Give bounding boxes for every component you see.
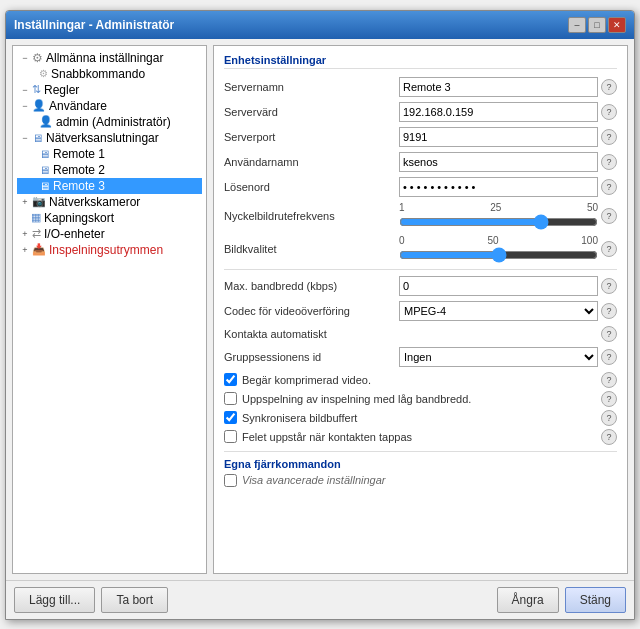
codec-row: Codec för videoöverföring MPEG-4 H.264 A… xyxy=(224,301,617,321)
begarkomprimerad-checkbox[interactable] xyxy=(224,373,237,386)
codec-select[interactable]: MPEG-4 H.264 Auto xyxy=(399,301,598,321)
tree-label: Allmänna inställningar xyxy=(46,51,163,65)
servernamn-input[interactable] xyxy=(399,77,598,97)
bandbredd-row: Max. bandbredd (kbps) ? xyxy=(224,276,617,296)
nyckel-mid: 25 xyxy=(490,202,501,213)
anvandarnamn-help[interactable]: ? xyxy=(601,154,617,170)
ta-bort-button[interactable]: Ta bort xyxy=(101,587,168,613)
losenord-row: Lösenord ? xyxy=(224,177,617,197)
stang-button[interactable]: Stäng xyxy=(565,587,626,613)
expand-natverk[interactable]: − xyxy=(19,132,31,144)
felet-row: Felet uppstår när kontakten tappas ? xyxy=(224,429,617,445)
bildkvalitet-min: 0 xyxy=(399,235,405,246)
tree-item-natverksanslutningar[interactable]: − 🖥 Nätverksanslutningar xyxy=(17,130,202,146)
advanced-checkbox[interactable] xyxy=(224,474,237,487)
tree-label: I/O-enheter xyxy=(44,227,105,241)
maximize-button[interactable]: □ xyxy=(588,17,606,33)
codec-help[interactable]: ? xyxy=(601,303,617,319)
nyckel-slider[interactable] xyxy=(399,214,598,230)
expand-io[interactable]: + xyxy=(19,228,31,240)
synkronisera-row: Synkronisera bildbuffert ? xyxy=(224,410,617,426)
tree-item-allman[interactable]: − ⚙ Allmänna inställningar xyxy=(17,50,202,66)
gruppsessions-select[interactable]: Ingen 1 2 3 xyxy=(399,347,598,367)
tree-item-natverkskameror[interactable]: + 📷 Nätverkskameror xyxy=(17,194,202,210)
nyckel-row: Nyckelbildrutefrekvens 1 25 50 ? xyxy=(224,202,617,230)
tree-item-admin[interactable]: 👤 admin (Administratör) xyxy=(17,114,202,130)
begarkomprimerad-row: Begär komprimerad video. ? xyxy=(224,372,617,388)
tree-item-regler[interactable]: − ⇅ Regler xyxy=(17,82,202,98)
losenord-input[interactable] xyxy=(399,177,598,197)
tree-item-anvandare[interactable]: − 👤 Användare xyxy=(17,98,202,114)
synkronisera-label: Synkronisera bildbuffert xyxy=(242,412,357,424)
serverport-help[interactable]: ? xyxy=(601,129,617,145)
servervard-row: Servervärd ? xyxy=(224,102,617,122)
felet-help[interactable]: ? xyxy=(601,429,617,445)
expand-kameror[interactable]: + xyxy=(19,196,31,208)
bottom-left-buttons: Lägg till... Ta bort xyxy=(14,587,168,613)
close-button[interactable]: ✕ xyxy=(608,17,626,33)
servernamn-label: Servernamn xyxy=(224,81,399,93)
window-title: Inställningar - Administratör xyxy=(14,18,174,32)
lagg-till-button[interactable]: Lägg till... xyxy=(14,587,95,613)
losenord-help[interactable]: ? xyxy=(601,179,617,195)
expand-allman[interactable]: − xyxy=(19,52,31,64)
servervard-help[interactable]: ? xyxy=(601,104,617,120)
bandbredd-input[interactable] xyxy=(399,276,598,296)
kontakta-help[interactable]: ? xyxy=(601,326,617,342)
tree-label: Kapningskort xyxy=(44,211,114,225)
expand-inspelning[interactable]: + xyxy=(19,244,31,256)
serverport-input[interactable] xyxy=(399,127,598,147)
codec-label: Codec för videoöverföring xyxy=(224,305,399,317)
nyckel-help[interactable]: ? xyxy=(601,208,617,224)
uppspelning-checkbox[interactable] xyxy=(224,392,237,405)
tree-label: Snabbkommando xyxy=(51,67,145,81)
tree-item-remote1[interactable]: 🖥 Remote 1 xyxy=(17,146,202,162)
minimize-button[interactable]: – xyxy=(568,17,586,33)
advanced-label[interactable]: Visa avancerade inställningar xyxy=(242,474,386,486)
tree-label: Remote 2 xyxy=(53,163,105,177)
anvandarnamn-label: Användarnamn xyxy=(224,156,399,168)
synkronisera-help[interactable]: ? xyxy=(601,410,617,426)
uppspelning-help[interactable]: ? xyxy=(601,391,617,407)
tree-item-remote2[interactable]: 🖥 Remote 2 xyxy=(17,162,202,178)
anvandarnamn-input[interactable] xyxy=(399,152,598,172)
uppspelning-label: Uppspelning av inspelning med låg bandbr… xyxy=(242,393,471,405)
tree-label: Inspelningsutrymmen xyxy=(49,243,163,257)
kontakta-label: Kontakta automatiskt xyxy=(224,328,399,340)
servervard-input[interactable] xyxy=(399,102,598,122)
tree-item-snabbkommando[interactable]: ⚙ Snabbkommando xyxy=(17,66,202,82)
section-title: Enhetsinställningar xyxy=(224,54,617,69)
divider1 xyxy=(224,269,617,270)
tree-item-kapningskort[interactable]: ▦ Kapningskort xyxy=(17,210,202,226)
uppspelning-row: Uppspelning av inspelning med låg bandbr… xyxy=(224,391,617,407)
tree-label: Remote 1 xyxy=(53,147,105,161)
gruppsessions-label: Gruppsessionens id xyxy=(224,351,399,363)
servernamn-help[interactable]: ? xyxy=(601,79,617,95)
serverport-label: Serverport xyxy=(224,131,399,143)
gruppsessions-help[interactable]: ? xyxy=(601,349,617,365)
synkronisera-checkbox[interactable] xyxy=(224,411,237,424)
gruppsessions-row: Gruppsessionens id Ingen 1 2 3 ? xyxy=(224,347,617,367)
begarkomprimerad-help[interactable]: ? xyxy=(601,372,617,388)
titlebar: Inställningar - Administratör – □ ✕ xyxy=(6,11,634,39)
tree-item-remote3[interactable]: 🖥 Remote 3 xyxy=(17,178,202,194)
servernamn-row: Servernamn ? xyxy=(224,77,617,97)
felet-checkbox[interactable] xyxy=(224,430,237,443)
main-content: − ⚙ Allmänna inställningar ⚙ Snabbkomman… xyxy=(6,39,634,580)
tree-item-io-enheter[interactable]: + ⇄ I/O-enheter xyxy=(17,226,202,242)
advanced-row: Visa avancerade inställningar xyxy=(224,474,617,487)
servervard-label: Servervärd xyxy=(224,106,399,118)
tree-item-inspelningsutrymmen[interactable]: + 📥 Inspelningsutrymmen xyxy=(17,242,202,258)
expand-anvandare[interactable]: − xyxy=(19,100,31,112)
angra-button[interactable]: Ångra xyxy=(497,587,559,613)
bildkvalitet-slider-container: 0 50 100 xyxy=(399,235,598,263)
anvandarnamn-row: Användarnamn ? xyxy=(224,152,617,172)
bandbredd-help[interactable]: ? xyxy=(601,278,617,294)
bildkvalitet-slider[interactable] xyxy=(399,247,598,263)
tree-label: admin (Administratör) xyxy=(56,115,171,129)
bildkvalitet-help[interactable]: ? xyxy=(601,241,617,257)
tree-label: Nätverksanslutningar xyxy=(46,131,159,145)
begarkomprimerad-label: Begär komprimerad video. xyxy=(242,374,371,386)
expand-regler[interactable]: − xyxy=(19,84,31,96)
bildkvalitet-mid: 50 xyxy=(487,235,498,246)
